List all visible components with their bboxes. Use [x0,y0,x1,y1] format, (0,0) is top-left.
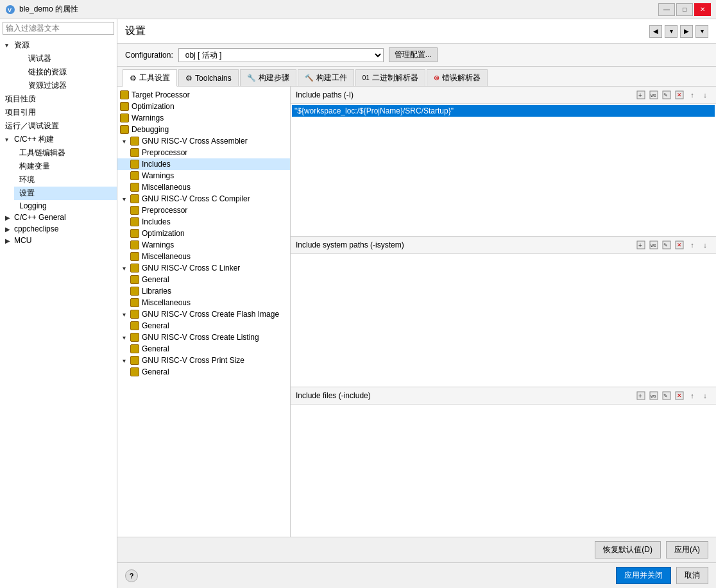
sidebar-item-run-debug[interactable]: 运行／调试设置 [0,119,117,133]
delete-file-button[interactable]: ✕ [674,390,685,401]
sidebar-item-env[interactable]: 环境 [14,173,117,187]
edit-path-button[interactable]: ✎ [661,89,672,101]
tree-listing-group[interactable]: ▾ GNU RISC-V Cross Create Listing [117,332,290,343]
edit-file-button[interactable]: ✎ [661,390,672,401]
move-down-button[interactable]: ↓ [699,89,711,101]
tab-build-artifact[interactable]: 🔨 构建工件 [298,69,354,86]
tree-warnings[interactable]: Warnings [117,112,290,124]
move-up-sys-button[interactable]: ↑ [686,239,698,251]
maximize-button[interactable]: □ [676,3,693,16]
add-syspath-button[interactable]: + [635,239,647,251]
close-button[interactable]: ✕ [694,3,711,16]
sidebar-item-toolchain-editor[interactable]: 工具链编辑器 [14,146,117,160]
sidebar-item-project-props[interactable]: 项目性质 [0,92,117,106]
sidebar-item-cppcheclipse[interactable]: ▶ cppcheclipse [0,223,117,235]
move-up-file-button[interactable]: ↑ [686,390,698,401]
sidebar-item-settings[interactable]: 设置 [14,187,117,200]
tree-linker-general[interactable]: General [117,274,290,285]
sidebar-item-build-vars[interactable]: 构建变量 [14,160,117,173]
sidebar-item-mcu[interactable]: ▶ MCU [0,235,117,246]
tree-compiler-optimization[interactable]: Optimization [117,228,290,239]
sidebar-item-cpp-build[interactable]: ▾ C/C++ 构建 [0,133,117,146]
forward-button[interactable]: ▶ [680,25,693,38]
tab-error-parser[interactable]: ⊗ 错误解析器 [427,69,488,86]
tree-compiler-warnings[interactable]: Warnings [117,239,290,251]
tree-flash-group[interactable]: ▾ GNU RISC-V Cross Create Flash Image [117,308,290,320]
sidebar-item-resources[interactable]: ▾ 资源 [0,38,117,52]
apply-button[interactable]: 应用(A) [666,541,708,559]
tab-build-steps[interactable]: 🔧 构建步骤 [240,69,296,86]
add-file-button[interactable]: + [635,390,647,401]
tree-target-processor[interactable]: Target Processor [117,89,290,101]
back-button[interactable]: ◀ [649,25,662,38]
include-paths-panel: Include paths (-I) + ws ✎ [291,87,716,237]
tree-compiler-includes[interactable]: Includes [117,216,290,228]
tree-printsize-general[interactable]: General [117,366,290,378]
delete-path-button[interactable]: ✕ [674,89,685,101]
tree-compiler-misc[interactable]: Miscellaneous [117,251,290,262]
filter-input[interactable] [3,22,114,35]
tree-debugging[interactable]: Debugging [117,124,290,135]
configuration-select[interactable]: obj [ 活动 ] [178,48,384,62]
leaf-icon [130,217,139,226]
expand-icon: ▾ [120,334,128,341]
sidebar-item-cpp-general[interactable]: ▶ C/C++ General [0,212,117,223]
cancel-button[interactable]: 取消 [676,567,708,584]
tree-linker-misc[interactable]: Miscellaneous [117,297,290,308]
tree-item-label: Miscellaneous [142,252,191,261]
add-path-button[interactable]: + [635,89,647,101]
tree-printsize-group[interactable]: ▾ GNU RISC-V Cross Print Size [117,355,290,366]
move-down-file-button[interactable]: ↓ [699,390,711,401]
move-up-button[interactable]: ↑ [686,89,698,101]
minimize-button[interactable]: — [658,3,675,16]
sidebar-item-resource-filter[interactable]: 资源过滤器 [14,79,117,92]
tree-item-label: GNU RISC-V Cross C Linker [142,264,240,273]
leaf-icon [130,264,139,273]
restore-defaults-button[interactable]: 恢复默认值(D) [595,541,661,559]
tree-item-label: Includes [142,217,171,226]
tree-item-label: Miscellaneous [142,298,191,307]
dropdown-button[interactable]: ▾ [665,25,678,38]
sidebar-item-debugger[interactable]: 调试器 [14,52,117,65]
help-button[interactable]: ? [125,569,138,582]
selected-path-item[interactable]: "${workspace_loc:/${ProjName}/SRC/Startu… [292,105,715,117]
move-down-sys-button[interactable]: ↓ [699,239,711,251]
tree-assembler-warnings[interactable]: Warnings [117,170,290,181]
sidebar-item-project-refs[interactable]: 项目引用 [0,106,117,119]
tree-compiler-preprocessor[interactable]: Preprocessor [117,205,290,216]
tree-linker-group[interactable]: ▾ GNU RISC-V Cross C Linker [117,262,290,274]
tree-listing-general[interactable]: General [117,343,290,355]
tree-optimization[interactable]: Optimization [117,101,290,112]
tab-toolchains[interactable]: ⚙ Toolchains [178,69,239,86]
sidebar-item-logging[interactable]: Logging [14,200,117,212]
manage-config-button[interactable]: 管理配置... [389,47,438,62]
expand-icon: ▶ [5,226,12,233]
leaf-icon [130,160,139,169]
tree-assembler-includes[interactable]: Includes [117,158,290,170]
edit-syspath-button[interactable]: ✎ [661,239,672,251]
tree-assembler-preprocessor[interactable]: Preprocessor [117,147,290,158]
tree-assembler-group[interactable]: ▾ GNU RISC-V Cross Assembler [117,135,290,147]
tree-compiler-group[interactable]: ▾ GNU RISC-V Cross C Compiler [117,193,290,205]
panel-tools: + ws ✎ ✕ ↑ ↓ [635,89,711,101]
dropdown2-button[interactable]: ▾ [695,25,708,38]
add-workspace-button[interactable]: ws [648,89,660,101]
apply-close-button[interactable]: 应用并关闭 [616,567,671,584]
tree-linker-libraries[interactable]: Libraries [117,285,290,297]
tree-item-label: Preprocessor [142,206,187,215]
delete-syspath-button[interactable]: ✕ [674,239,685,251]
tab-binary-parser[interactable]: 01 二进制解析器 [355,69,425,86]
svg-text:✎: ✎ [663,393,668,399]
add-sys-workspace-button[interactable]: ws [648,239,660,251]
leaf-icon [130,229,139,238]
tree-assembler-misc[interactable]: Miscellaneous [117,181,290,193]
bottom-bar-close: ? 应用并关闭 取消 [117,562,716,588]
add-icon: + [636,240,645,249]
tree-item-label: Optimization [142,229,185,238]
add-file-workspace-button[interactable]: ws [648,390,660,401]
sidebar-item-linked-resources[interactable]: 链接的资源 [14,65,117,79]
sidebar-item-label: 设置 [19,188,35,199]
expand-icon: ▾ [5,42,12,49]
tree-flash-general[interactable]: General [117,320,290,332]
tab-tool-settings[interactable]: ⚙ 工具设置 [123,69,177,87]
